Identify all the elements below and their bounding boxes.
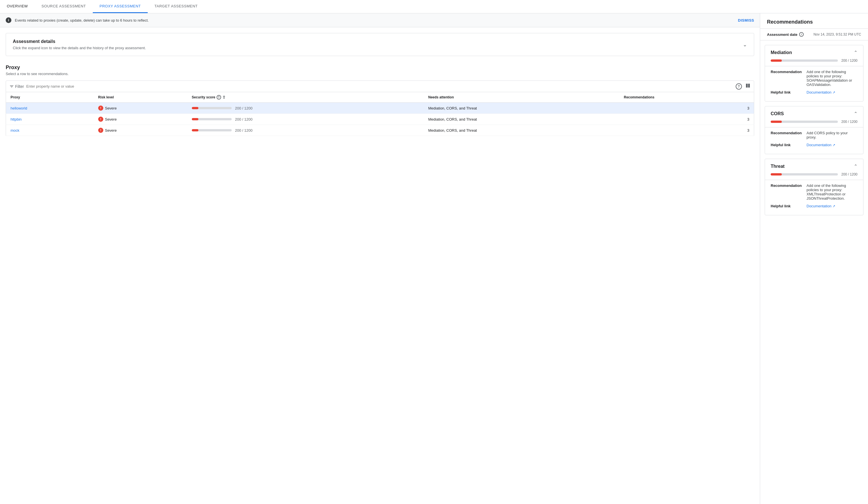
risk-level-text: Severe [105,117,117,122]
assessment-details-title: Assessment details [13,39,146,44]
rec-card-header-cors: CORS ⌃ [765,106,863,119]
needs-attention-cell: Mediation, CORS, and Threat [424,125,619,136]
proxy-section-subtitle: Select a row to see recommendations. [6,72,754,76]
recommendations-cell: 3 [619,103,754,114]
rec-helpful-link-row-threat: Helpful link Documentation ↗ [771,204,857,208]
risk-level-cell: ! Severe [94,114,187,125]
tab-target-assessment[interactable]: TARGET ASSESSMENT [148,0,205,13]
table-row[interactable]: mock ! Severe 200 / 1200 Mediation, CORS… [6,125,754,136]
proxy-cell: mock [6,125,94,136]
rec-recommendation-row-cors: Recommendation Add CORS policy to your p… [771,131,857,139]
rec-helpful-link-mediation[interactable]: Documentation ↗ [807,90,835,94]
right-panel-title: Recommendations [760,13,868,29]
rec-score-row-threat: 200 / 1200 [765,171,863,180]
risk-level-text: Severe [105,106,117,111]
assessment-details-header: Assessment details Click the expand icon… [13,39,747,50]
rec-card-mediation: Mediation ⌃ 200 / 1200 Recommendation Ad… [765,45,864,102]
main-layout: i Events related to proxies (create, upd… [0,13,868,504]
score-text: 200 / 1200 [235,106,252,111]
rec-score-bar-cors [771,120,838,123]
assessment-details-subtitle: Click the expand icon to view the detail… [13,46,146,50]
proxy-link[interactable]: helloworld [11,106,27,111]
proxy-table-body: helloworld ! Severe 200 / 1200 Mediation… [6,103,754,136]
rec-card-title-mediation: Mediation [771,50,792,55]
filter-help-icon[interactable]: ? [736,83,742,90]
rec-chevron-icon-threat[interactable]: ⌃ [854,164,857,169]
external-link-icon-mediation: ↗ [833,91,835,94]
table-row[interactable]: httpbin ! Severe 200 / 1200 Mediation, C… [6,114,754,125]
score-bar-fill [192,107,198,109]
rec-card-threat: Threat ⌃ 200 / 1200 Recommendation Add o… [765,159,864,215]
table-row[interactable]: helloworld ! Severe 200 / 1200 Mediation… [6,103,754,114]
rec-score-row-cors: 200 / 1200 [765,119,863,127]
assessment-details-card: Assessment details Click the expand icon… [6,33,754,56]
proxy-section-title: Proxy [6,65,754,71]
rec-recommendation-row-threat: Recommendation Add one of the following … [771,183,857,200]
rec-helpful-link-label-cors: Helpful link [771,143,802,147]
security-score-help-icon[interactable]: ? [217,95,221,99]
rec-chevron-icon-cors[interactable]: ⌃ [854,111,857,116]
filter-actions: ? [736,83,751,90]
filter-icon: Filter [9,84,24,89]
info-banner: i Events related to proxies (create, upd… [0,13,760,27]
rec-body-mediation: Recommendation Add one of the following … [765,66,863,101]
tab-source-assessment[interactable]: SOURCE ASSESSMENT [35,0,93,13]
assessment-date-label: Assessment date i [767,32,804,37]
rec-recommendation-row-mediation: Recommendation Add one of the following … [771,70,857,87]
severe-icon: ! [98,117,103,122]
score-text: 200 / 1200 [235,128,252,133]
security-score-sort-icon[interactable]: ⇧ [222,95,226,99]
proxy-cell: httpbin [6,114,94,125]
rec-card-title-cors: CORS [771,111,784,116]
needs-attention-cell: Mediation, CORS, and Threat [424,114,619,125]
rec-card-title-threat: Threat [771,164,785,169]
proxy-section: Proxy Select a row to see recommendation… [0,62,760,139]
rec-body-threat: Recommendation Add one of the following … [765,180,863,215]
rec-recommendation-label-threat: Recommendation [771,183,802,200]
risk-level-cell: ! Severe [94,125,187,136]
external-link-icon-threat: ↗ [833,204,835,208]
score-bar-fill [192,118,198,120]
rec-helpful-link-cors[interactable]: Documentation ↗ [807,143,835,147]
columns-icon[interactable] [745,83,751,90]
th-recommendations: Recommendations [619,92,754,103]
rec-body-cors: Recommendation Add CORS policy to your p… [765,127,863,154]
left-content: i Events related to proxies (create, upd… [0,13,760,504]
severe-icon: ! [98,128,103,133]
rec-helpful-link-row-cors: Helpful link Documentation ↗ [771,143,857,147]
rec-score-text-cors: 200 / 1200 [841,120,857,124]
rec-recommendation-value-cors: Add CORS policy to your proxy. [807,131,857,139]
score-bar [192,118,232,120]
proxy-link[interactable]: mock [11,128,19,133]
expand-chevron-icon[interactable]: ⌄ [743,42,747,48]
rec-helpful-link-threat[interactable]: Documentation ↗ [807,204,835,208]
rec-recommendation-label-cors: Recommendation [771,131,802,139]
assessment-date-info-icon[interactable]: i [799,32,804,37]
rec-score-text-threat: 200 / 1200 [841,172,857,176]
score-bar [192,107,232,109]
rec-recommendation-value-threat: Add one of the following policies to you… [807,183,857,200]
dismiss-button[interactable]: DISMISS [738,18,754,22]
rec-score-bar-threat [771,173,838,176]
rec-recommendation-value-mediation: Add one of the following policies to you… [807,70,857,87]
th-risk-level: Risk level [94,92,187,103]
info-icon: i [6,17,11,23]
rec-score-text-mediation: 200 / 1200 [841,59,857,63]
rec-chevron-icon-mediation[interactable]: ⌃ [854,50,857,55]
th-security-score: Security score ? ⇧ [187,92,424,103]
tab-overview[interactable]: OVERVIEW [0,0,35,13]
rec-helpful-link-row-mediation: Helpful link Documentation ↗ [771,90,857,94]
rec-card-header-mediation: Mediation ⌃ [765,45,863,57]
th-proxy: Proxy [6,92,94,103]
rec-helpful-link-label-mediation: Helpful link [771,90,802,94]
filter-input[interactable] [26,84,733,88]
tab-proxy-assessment[interactable]: PROXY ASSESSMENT [93,0,148,13]
proxy-link[interactable]: httpbin [11,117,22,122]
security-score-cell: 200 / 1200 [187,114,424,125]
rec-cards-container: Mediation ⌃ 200 / 1200 Recommendation Ad… [760,45,868,215]
score-text: 200 / 1200 [235,117,252,122]
banner-text: Events related to proxies (create, updat… [15,18,734,22]
rec-score-bar-mediation [771,60,838,62]
th-needs-attention: Needs attention [424,92,619,103]
security-score-cell: 200 / 1200 [187,103,424,114]
